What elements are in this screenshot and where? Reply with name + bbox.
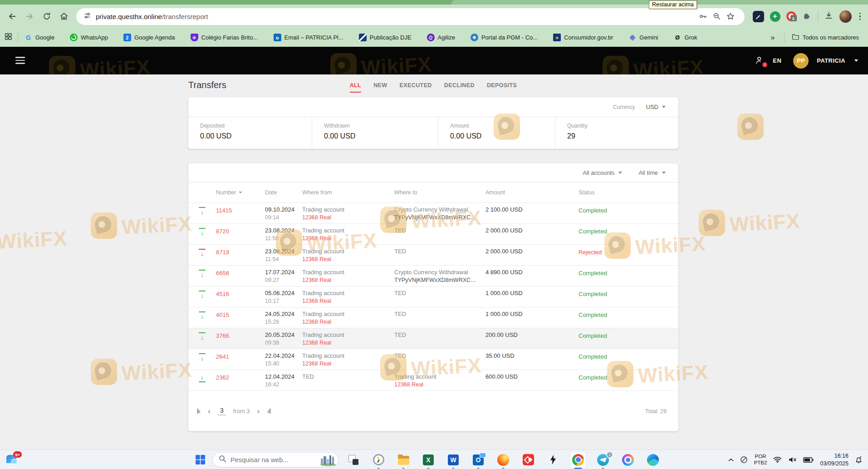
bookmark-email-patricia-pl[interactable]: Email – PATRICIA Pl...: [274, 34, 343, 41]
search-highlight-image[interactable]: [319, 454, 337, 466]
firefox-app[interactable]: [495, 452, 511, 468]
telegram-app[interactable]: 1: [595, 452, 611, 468]
accounts-filter[interactable]: All accounts: [583, 169, 622, 176]
chat-app-icon[interactable]: 9+: [5, 452, 22, 468]
transfer-number[interactable]: 4015: [216, 311, 229, 318]
zoom-out-icon[interactable]: [710, 10, 724, 23]
password-key-icon[interactable]: [696, 10, 710, 23]
black-bolt-app-app[interactable]: [545, 452, 561, 468]
reload-button[interactable]: [38, 8, 55, 25]
chevron-down-icon[interactable]: [854, 59, 858, 62]
bookmark-star-icon[interactable]: [724, 10, 737, 23]
all-bookmarks-button[interactable]: Todos os marcadores: [792, 33, 859, 42]
file-explorer-app[interactable]: [396, 452, 411, 468]
red-diamond-app-app[interactable]: [520, 452, 536, 468]
address-bar[interactable]: private.questhx.online/transfersreport: [76, 8, 745, 25]
wifi-icon[interactable]: [773, 456, 782, 463]
transfer-number[interactable]: 2362: [216, 374, 229, 381]
transfer-number[interactable]: 8719: [216, 249, 229, 256]
transfer-number[interactable]: 2641: [216, 353, 229, 360]
transfer-number[interactable]: 11415: [216, 207, 232, 214]
notification-extension-icon[interactable]: 2: [786, 11, 796, 21]
bookmark-grok[interactable]: Grok: [674, 34, 697, 41]
tray-disabled-icon[interactable]: [740, 456, 748, 464]
add-extension-icon[interactable]: +: [770, 11, 780, 22]
transfer-row-8720[interactable]: ↓872023.08.202411:56Trading account12368…: [188, 223, 678, 244]
language-selector[interactable]: EN: [773, 57, 781, 64]
transfer-number[interactable]: 6656: [216, 270, 229, 276]
notification-bell-icon[interactable]: z: [855, 456, 863, 464]
transfer-number[interactable]: 3766: [216, 332, 229, 339]
user-avatar[interactable]: PP: [793, 53, 809, 69]
bookmark-col-gio-farias-brito[interactable]: Colégio Farias Brito...: [191, 34, 258, 41]
bookmark-google[interactable]: Google: [25, 34, 54, 41]
tray-chevron-up-icon[interactable]: [728, 458, 734, 462]
apps-grid-icon[interactable]: [5, 33, 12, 42]
restore-tooltip: Restaurar acima: [649, 0, 697, 9]
page-count-label: from 3: [233, 408, 250, 415]
tab-deposits[interactable]: DEPOSITS: [487, 82, 517, 93]
transfer-row-3766[interactable]: ↓376620.05.202409:38Trading account12368…: [188, 328, 678, 349]
prev-page-button[interactable]: ‹: [208, 407, 211, 415]
transfer-row-8719[interactable]: ↓871923.08.202411:54Trading account12368…: [188, 244, 678, 265]
transfer-from-account: 12368 Real: [302, 256, 394, 263]
clock-app[interactable]: [371, 452, 386, 468]
start-button[interactable]: [192, 453, 208, 467]
current-page[interactable]: 3: [218, 407, 226, 415]
tab-declined[interactable]: DECLINED: [444, 82, 475, 93]
username[interactable]: PATRICIA: [817, 57, 845, 64]
pinned-extension-icon[interactable]: [753, 11, 764, 22]
back-button[interactable]: [4, 8, 21, 25]
forward-button[interactable]: [21, 8, 38, 25]
transfer-number[interactable]: 8720: [216, 228, 229, 235]
outlook-app[interactable]: [471, 452, 486, 468]
bookmarks-overflow-chevron[interactable]: »: [769, 33, 776, 42]
browser-tab-strip[interactable]: [0, 0, 868, 5]
transfer-withdrawal-icon: ↓: [199, 291, 206, 299]
bookmark-agilize[interactable]: Agilize: [427, 34, 455, 41]
battery-icon[interactable]: [803, 457, 814, 463]
volume-muted-icon[interactable]: [788, 456, 797, 463]
first-page-button[interactable]: ‹: [197, 407, 201, 415]
transfer-row-6656[interactable]: ↓665617.07.202409:27Trading account12368…: [188, 265, 678, 286]
taskbar-search[interactable]: [212, 452, 338, 467]
chrome-app[interactable]: [570, 452, 586, 468]
copilot-app[interactable]: [620, 452, 636, 468]
bookmark-gemini[interactable]: Gemini: [628, 34, 658, 41]
currency-select[interactable]: USD: [646, 104, 666, 110]
tab-executed[interactable]: EXECUTED: [400, 82, 432, 93]
edge-app[interactable]: [645, 452, 661, 468]
transfer-row-2641[interactable]: ↓264122.04.202415:40Trading account12368…: [188, 349, 678, 370]
browser-menu-icon[interactable]: [858, 13, 863, 20]
transfer-number[interactable]: 4516: [216, 291, 229, 297]
bookmark-whatsapp[interactable]: WhatsApp: [70, 34, 108, 41]
bookmark-consumidor-gov-br[interactable]: Consumidor.gov.br: [553, 34, 613, 41]
word-app[interactable]: [446, 452, 461, 468]
task-view-app[interactable]: [346, 452, 361, 468]
transfer-date: 12.04.2024: [265, 373, 302, 380]
transfer-row-4015[interactable]: ↓401524.05.202415:28Trading account12368…: [188, 307, 678, 328]
extensions-puzzle-icon[interactable]: [802, 11, 812, 22]
last-page-button[interactable]: ›: [267, 407, 270, 415]
language-indicator[interactable]: PORPTB2: [754, 454, 767, 466]
downloads-icon[interactable]: [824, 11, 834, 22]
bookmark-publica-o-dje[interactable]: Publicação DJE: [359, 34, 412, 41]
tab-new[interactable]: NEW: [373, 82, 387, 93]
next-page-button[interactable]: ›: [257, 407, 260, 415]
home-button[interactable]: [55, 8, 73, 25]
bookmark-portal-da-pgm-co[interactable]: Portal da PGM - Co...: [471, 34, 538, 41]
bookmark-google-agenda[interactable]: Google Agenda: [123, 34, 175, 41]
transfer-row-11415[interactable]: ↓1141509.10.202409:14Trading account1236…: [188, 202, 678, 223]
tune-icon[interactable]: [83, 12, 91, 21]
tab-all[interactable]: ALL: [350, 82, 362, 93]
account-alert-icon[interactable]: !: [755, 55, 765, 66]
profile-avatar[interactable]: [839, 10, 852, 23]
transfer-row-2362[interactable]: ↓236212.04.202416:42TEDTrading account12…: [188, 370, 678, 390]
hamburger-menu-icon[interactable]: [15, 57, 25, 64]
transfer-row-4516[interactable]: ↓451605.06.202410:17Trading account12368…: [188, 286, 678, 307]
search-input[interactable]: [230, 456, 308, 464]
excel-app[interactable]: [421, 452, 436, 468]
clock-date[interactable]: 16:1603/09/2025: [820, 452, 848, 467]
time-filter[interactable]: All time: [638, 169, 666, 176]
column-number[interactable]: Number: [216, 189, 265, 196]
